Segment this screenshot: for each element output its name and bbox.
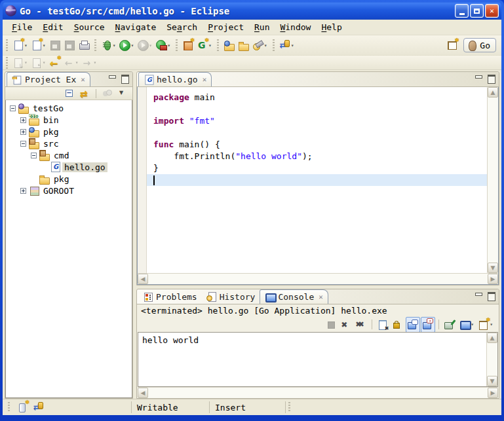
menu-item-run[interactable]: Run xyxy=(249,21,275,33)
remove-launch-button[interactable] xyxy=(339,317,353,333)
grip-handle[interactable] xyxy=(217,39,219,51)
chevron-down-icon[interactable]: ▾ xyxy=(75,60,79,65)
grip-handle[interactable] xyxy=(8,402,10,412)
go-sync-button[interactable]: ▾ xyxy=(278,37,296,53)
link-with-editor-button[interactable] xyxy=(78,86,92,101)
minimize-button[interactable] xyxy=(455,4,469,18)
collapse-icon[interactable] xyxy=(31,153,37,158)
run-button[interactable]: ▾ xyxy=(117,37,136,53)
menu-item-search[interactable]: Search xyxy=(161,21,203,33)
open-perspective-button[interactable] xyxy=(445,37,459,53)
minimize-view-icon[interactable] xyxy=(474,291,484,300)
open-resource-button[interactable] xyxy=(237,37,251,53)
chevron-down-icon[interactable]: ▾ xyxy=(167,43,170,48)
new-go-element-button[interactable]: ▾ xyxy=(29,37,48,53)
project-tree[interactable]: testGobinpkgsrccmdhello.gopkgGOROOT xyxy=(5,100,132,398)
expand-icon[interactable] xyxy=(20,117,26,123)
grip-handle[interactable] xyxy=(176,39,178,51)
tab-console[interactable]: Console✕ xyxy=(260,289,328,304)
scrollbar-track[interactable] xyxy=(148,388,488,398)
chevron-down-icon[interactable]: ▾ xyxy=(130,43,134,48)
new-wizard-button[interactable]: ▾ xyxy=(11,37,29,53)
new-go-file-button[interactable]: ▾ xyxy=(195,37,214,53)
new-go-project-button[interactable] xyxy=(181,37,195,53)
grip-handle[interactable] xyxy=(6,39,8,51)
collapse-all-button[interactable] xyxy=(62,86,77,101)
tab-hello-go[interactable]: hello.go ✕ xyxy=(138,72,212,86)
chevron-down-icon[interactable]: ▾ xyxy=(291,43,294,48)
maximize-view-icon[interactable] xyxy=(486,291,496,300)
chevron-down-icon[interactable]: ▾ xyxy=(113,43,116,48)
scrollbar-track[interactable] xyxy=(487,343,497,376)
tree-item-bin[interactable]: bin xyxy=(6,114,132,126)
tab-project-explorer[interactable]: Project Ex ✕ xyxy=(7,72,90,86)
tree-item-src[interactable]: src xyxy=(6,137,132,149)
minimize-view-icon[interactable] xyxy=(107,74,117,82)
menu-item-file[interactable]: File xyxy=(7,21,37,33)
pin-console-button[interactable] xyxy=(442,317,457,333)
menu-item-project[interactable]: Project xyxy=(203,21,249,33)
expand-icon[interactable] xyxy=(20,188,26,194)
close-icon[interactable]: ✕ xyxy=(203,75,207,84)
tree-item-testgo[interactable]: testGo xyxy=(6,102,132,114)
grip-handle[interactable] xyxy=(6,57,8,69)
forward-button[interactable]: ▾ xyxy=(80,55,98,71)
console-horizontal-scrollbar[interactable]: ◀ ▶ xyxy=(138,387,498,398)
show-stderr-button[interactable] xyxy=(421,317,435,333)
expand-icon[interactable] xyxy=(20,129,26,135)
chevron-down-icon[interactable]: ▾ xyxy=(43,60,46,65)
maximize-view-icon[interactable] xyxy=(120,74,130,82)
tree-item-pkg[interactable]: pkg xyxy=(6,173,132,185)
scrollbar-track[interactable] xyxy=(488,98,498,263)
chevron-down-icon[interactable]: ▾ xyxy=(149,43,152,48)
menu-item-source[interactable]: Source xyxy=(69,21,110,33)
tree-item-cmd[interactable]: cmd xyxy=(6,149,132,161)
chevron-down-icon[interactable]: ▾ xyxy=(264,43,267,48)
grip-handle[interactable] xyxy=(288,402,290,412)
scroll-lock-button[interactable] xyxy=(391,317,405,333)
next-annotation-button[interactable]: ▾ xyxy=(11,55,29,71)
tab-history[interactable]: History xyxy=(202,289,260,304)
fastview-new-icon[interactable] xyxy=(18,402,28,412)
back-button[interactable]: ▾ xyxy=(62,55,81,71)
close-icon[interactable]: ✕ xyxy=(319,293,323,301)
profile-button[interactable]: ▾ xyxy=(136,37,154,53)
scroll-up-icon[interactable]: ▲ xyxy=(488,87,498,98)
editor-horizontal-scrollbar[interactable]: ◀ ▶ xyxy=(138,273,498,284)
editor-vertical-scrollbar[interactable]: ▲ ▼ xyxy=(487,87,498,273)
code-editor[interactable]: package mainimport "fmt"func main() { fm… xyxy=(147,87,487,273)
open-console-button[interactable]: ▾ xyxy=(476,317,495,333)
show-stdout-button[interactable] xyxy=(406,317,420,333)
display-console-button[interactable]: ▾ xyxy=(457,317,476,333)
scroll-up-icon[interactable]: ▲ xyxy=(487,333,497,343)
menu-item-help[interactable]: Help xyxy=(316,21,347,33)
import-go-element-button[interactable] xyxy=(222,37,237,53)
remove-all-terminated-button[interactable] xyxy=(354,317,368,333)
search-button[interactable]: ▾ xyxy=(251,37,269,53)
scroll-down-icon[interactable]: ▼ xyxy=(488,263,498,273)
tree-item-pkg[interactable]: pkg xyxy=(6,126,132,137)
terminate-button[interactable] xyxy=(324,317,338,333)
save-button[interactable] xyxy=(48,37,62,53)
console-output[interactable]: hello world xyxy=(138,333,486,386)
debug-button[interactable]: ▾ xyxy=(100,37,118,53)
scrollbar-track[interactable] xyxy=(148,274,488,284)
annotation-ruler[interactable] xyxy=(138,87,147,273)
maximize-button[interactable] xyxy=(470,4,484,18)
scroll-left-icon[interactable]: ◀ xyxy=(138,388,148,398)
collapse-icon[interactable] xyxy=(20,141,26,147)
fastview-sync-icon[interactable] xyxy=(33,402,44,412)
previous-annotation-button[interactable]: ▾ xyxy=(29,55,48,71)
grip-handle[interactable] xyxy=(273,39,275,51)
maximize-view-icon[interactable] xyxy=(486,74,496,82)
tree-item-goroot[interactable]: GOROOT xyxy=(6,185,132,196)
menu-item-navigate[interactable]: Navigate xyxy=(110,21,162,33)
chevron-down-icon[interactable]: ▾ xyxy=(93,60,96,65)
go-perspective-button[interactable]: Go xyxy=(463,38,496,52)
scroll-right-icon[interactable]: ▶ xyxy=(488,388,498,398)
clear-console-button[interactable] xyxy=(376,317,390,333)
print-button[interactable] xyxy=(77,37,91,53)
menu-item-window[interactable]: Window xyxy=(275,21,316,33)
scroll-down-icon[interactable]: ▼ xyxy=(487,376,497,386)
console-vertical-scrollbar[interactable]: ▲ ▼ xyxy=(486,333,497,386)
